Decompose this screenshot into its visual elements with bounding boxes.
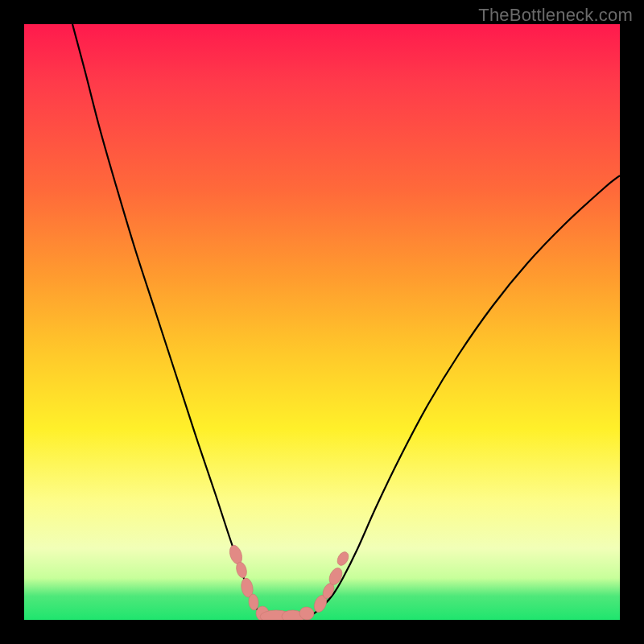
chart-frame: TheBottleneck.com — [0, 0, 644, 644]
markers-group — [228, 543, 351, 620]
watermark-text: TheBottleneck.com — [478, 5, 633, 26]
curve-overlay — [24, 24, 620, 620]
curve-left-path — [72, 24, 276, 619]
curve-right-path — [276, 175, 620, 619]
plot-area — [24, 24, 620, 620]
marker-11 — [335, 550, 350, 568]
